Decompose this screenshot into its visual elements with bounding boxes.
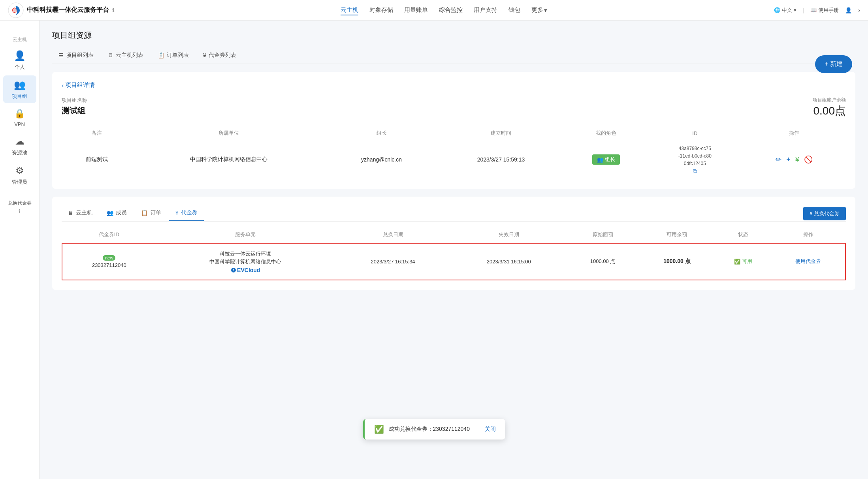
yuan-icon: ¥ [203,52,206,58]
col-role: 我的角色 [565,126,647,140]
available-amount-cell: 1000.00 点 [639,243,715,280]
sidebar-item-vpn[interactable]: 🔒 VPN [3,105,36,130]
voucher-icon: ¥ [175,210,179,216]
toast-message: 成功兑换代金券：230327112040 [389,426,480,433]
use-voucher-button[interactable]: 使用代金券 [795,258,821,264]
group-table: 备注 所属单位 组长 建立时间 我的角色 ID 操作 前端测试 中国科学院计算机… [62,126,846,179]
yuan-action-icon[interactable]: ¥ [795,156,799,164]
nav-monitor[interactable]: 综合监控 [439,5,463,15]
vm-icon: 🖥 [68,210,73,216]
exchange-section: 兑换代金券 ℹ [8,198,32,214]
sidebar-label-admin: 管理员 [12,178,27,186]
sub-tab-voucher[interactable]: ¥ 代金券 [169,206,204,221]
nav-cloud-host[interactable]: 云主机 [341,5,358,15]
balance-value: 0.00点 [813,103,846,118]
new-button[interactable]: + 新建 [815,55,852,73]
toast-success-icon: ✅ [374,425,384,434]
expire-date-cell: 2023/3/31 16:15:00 [451,243,567,280]
sub-tab-label: 订单 [150,209,161,216]
tab-label: 代金券列表 [209,52,236,59]
top-tab-bar: ☰ 项目组列表 🖥 云主机列表 📋 订单列表 ¥ 代金券列表 [52,49,855,64]
separator: | [803,7,804,13]
copy-button[interactable]: ⧉ [693,168,697,174]
th-expire-date: 失效日期 [451,228,567,243]
page-title: 项目组资源 [52,30,855,41]
toast-close-button[interactable]: 关闭 [485,426,496,433]
col-unit: 所属单位 [132,126,326,140]
edit-icon[interactable]: ✏ [776,155,781,164]
available-amount-value: 1000.00 点 [663,258,691,264]
col-action: 操作 [742,126,846,140]
sidebar-item-personal[interactable]: 👤 个人 [3,46,36,74]
back-link[interactable]: ‹ 项目组详情 [62,81,846,89]
th-original: 原始面额 [567,228,638,243]
sub-tab-vm[interactable]: 🖥 云主机 [62,206,99,221]
nav-support[interactable]: 用户支持 [474,5,497,15]
th-exchange-date: 兑换日期 [335,228,451,243]
sidebar-label-project-group: 项目组 [12,93,27,100]
sidebar-label-resource-pool: 资源池 [12,149,27,156]
user-icon[interactable]: 👤 [845,7,852,13]
delete-icon[interactable]: 🚫 [804,155,813,164]
tab-voucher-list[interactable]: ¥ 代金券列表 [197,49,243,64]
manual-label: 使用手册 [818,7,839,14]
svg-point-1 [13,8,17,12]
vpn-icon: 🔒 [14,109,25,119]
add-icon[interactable]: + [786,156,791,164]
cell-actions: ✏ + ¥ 🚫 [742,140,846,179]
sidebar-item-project-group[interactable]: 👥 项目组 [3,75,36,103]
id-text: 43a8793c-cc75 -11ed-b0cd-c80 0dfc12405 [652,145,738,168]
table-row: 前端测试 中国科学院计算机网络信息中心 yzhang@cnic.cn 2023/… [62,140,846,179]
sidebar-main-label: 云主机 [0,32,39,45]
logo-icon [8,2,24,18]
tab-order-list[interactable]: 📋 订单列表 [151,49,195,64]
tab-vm-list[interactable]: 🖥 云主机列表 [102,49,150,64]
chevron-down-icon: ▾ [544,7,547,14]
order-icon: 📋 [158,52,164,58]
top-nav-links: 云主机 对象存储 用量账单 综合监控 用户支持 钱包 更多 ▾ [114,5,774,15]
cell-leader: yzhang@cnic.cn [326,140,437,179]
sidebar-item-admin[interactable]: ⚙ 管理员 [3,161,36,189]
svg-text:E: E [233,269,235,272]
voucher-id-cell: new 230327112040 [62,243,156,280]
check-icon: ✅ [734,259,740,265]
tab-project-list[interactable]: ☰ 项目组列表 [52,49,100,64]
role-label: 组长 [605,156,615,163]
sub-tab-member[interactable]: 👥 成员 [100,206,133,221]
nav-wallet[interactable]: 钱包 [508,5,520,15]
original-amount-cell: 1000.00 点 [567,243,638,280]
nav-usage-bill[interactable]: 用量账单 [404,5,428,15]
exchange-info-icon[interactable]: ℹ [19,208,21,214]
sub-tab-label: 代金券 [181,209,198,216]
nav-object-storage[interactable]: 对象存储 [369,5,393,15]
success-toast: ✅ 成功兑换代金券：230327112040 关闭 [363,419,505,440]
voucher-section: 🖥 云主机 👥 成员 📋 订单 ¥ 代金券 ¥ 兑换代金券 [52,197,855,290]
person-icon: 👤 [14,50,26,61]
sub-tab-bar: 🖥 云主机 👥 成员 📋 订单 ¥ 代金券 ¥ 兑换代金券 [62,206,846,222]
cell-created: 2023/3/27 15:59:13 [437,140,565,179]
col-note: 备注 [62,126,132,140]
order-icon: 📋 [141,210,148,216]
manual-button[interactable]: 📖 使用手册 [810,7,839,14]
exchange-voucher-button[interactable]: ¥ 兑换代金券 [803,207,846,220]
evcloud-icon: E [231,267,236,273]
sub-tab-order[interactable]: 📋 订单 [135,206,168,221]
cell-id: 43a8793c-cc75 -11ed-b0cd-c80 0dfc12405 ⧉ [647,140,742,179]
account-balance: 项目组账户余额 0.00点 [813,97,846,118]
cloud-icon: ☁ [15,136,24,147]
th-service-unit: 服务单元 [156,228,335,243]
app-title: 中科科技霾一体化云服务平台 [27,6,109,14]
nav-more[interactable]: 更多 ▾ [531,5,547,15]
admin-icon: ⚙ [15,165,24,176]
status-text: 可用 [742,258,752,265]
th-available: 可用余额 [639,228,715,243]
service-sub-text: 中国科学院计算机网络信息中心 [159,258,332,266]
action-icons: ✏ + ¥ 🚫 [747,155,841,164]
group-name-label: 项目组名称 [62,97,87,104]
action-cell: 使用代金券 [771,243,845,280]
sidebar-item-resource-pool[interactable]: ☁ 资源池 [3,132,36,160]
balance-label: 项目组账户余额 [813,97,846,103]
status-badge: ✅ 可用 [718,258,768,265]
language-button[interactable]: 🌐 中文 ▾ [774,7,796,14]
col-id: ID [647,126,742,140]
